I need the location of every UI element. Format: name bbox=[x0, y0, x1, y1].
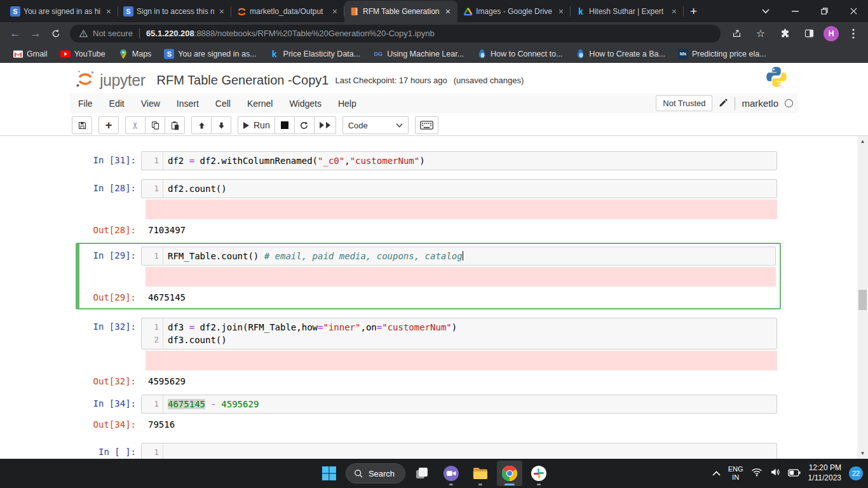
code-cell-in32[interactable]: In [32]: 12 df3 = df2.join(RFM_Table,how… bbox=[0, 318, 857, 349]
close-window-icon[interactable] bbox=[839, 0, 868, 22]
code-input[interactable]: 1 df2.count() bbox=[141, 179, 777, 198]
tab-jupyter-files[interactable]: marketlo_data/Output × bbox=[231, 1, 344, 22]
scroll-up-arrow-icon[interactable]: ▲ bbox=[857, 136, 868, 147]
bookmark-tds[interactable]: tds Predicting price ela... bbox=[673, 48, 771, 60]
taskbar-center-icons: Search bbox=[316, 459, 552, 488]
copy-cell-button[interactable] bbox=[145, 116, 165, 134]
output-row-out32: Out[32]: 4595629 bbox=[0, 376, 857, 387]
taskbar-search[interactable]: Search bbox=[346, 463, 405, 484]
menu-view[interactable]: View bbox=[133, 95, 168, 112]
code-cell-in31[interactable]: In [31]: 1 df2 = df2.withColumnRenamed("… bbox=[0, 151, 857, 170]
close-icon[interactable]: × bbox=[670, 6, 679, 17]
new-tab-button[interactable]: + bbox=[684, 4, 703, 22]
tab-search-chevron-icon[interactable] bbox=[751, 0, 780, 22]
wifi-icon[interactable] bbox=[751, 468, 763, 479]
command-palette-button[interactable] bbox=[415, 116, 438, 134]
back-icon[interactable]: ← bbox=[5, 24, 25, 44]
code-input[interactable]: 1 4675145 - 4595629 bbox=[141, 395, 777, 414]
code-cell-in34[interactable]: In [34]: 1 4675145 - 4595629 bbox=[0, 395, 857, 414]
run-cell-button[interactable]: Run bbox=[238, 116, 275, 134]
task-view-button[interactable] bbox=[409, 461, 435, 486]
bookmark-connect[interactable]: How to Connect to... bbox=[471, 48, 567, 60]
close-icon[interactable]: × bbox=[444, 6, 452, 17]
menu-widgets[interactable]: Widgets bbox=[281, 95, 330, 112]
menu-edit[interactable]: Edit bbox=[101, 95, 133, 112]
scrollbar-thumb[interactable] bbox=[858, 290, 867, 310]
gmail-icon bbox=[13, 49, 23, 59]
clock[interactable]: 12:20 PM 1/11/2023 bbox=[808, 463, 842, 483]
side-panel-icon[interactable] bbox=[799, 24, 818, 43]
bookmark-slack[interactable]: S You are signed in as... bbox=[159, 48, 261, 60]
bookmark-create[interactable]: How to Create a Ba... bbox=[570, 48, 670, 60]
url-bar[interactable]: Not secure 65.1.220.208:8888/notebooks/R… bbox=[70, 25, 721, 43]
edit-title-pencil-icon[interactable] bbox=[719, 98, 728, 109]
volume-icon[interactable] bbox=[770, 468, 780, 479]
jupyter-logo-icon[interactable] bbox=[74, 68, 96, 92]
battery-icon[interactable] bbox=[788, 468, 801, 479]
move-cell-down-button[interactable] bbox=[211, 116, 231, 134]
file-explorer-button[interactable] bbox=[468, 461, 493, 486]
bookmark-star-icon[interactable]: ☆ bbox=[751, 24, 770, 43]
output-prompt: Out[28]: bbox=[0, 224, 141, 236]
notification-badge[interactable]: 22 bbox=[849, 466, 863, 480]
paste-cell-button[interactable] bbox=[165, 116, 185, 134]
language-indicator[interactable]: ENGIN bbox=[728, 465, 743, 482]
restart-kernel-button[interactable] bbox=[294, 116, 315, 134]
tab-kaggle-profile[interactable]: k Hitesh Suthar | Expert × bbox=[571, 1, 684, 22]
trust-status-button[interactable]: Not Trusted bbox=[656, 95, 712, 111]
notebook-title[interactable]: RFM Table Generation -Copy1 bbox=[157, 73, 329, 88]
close-icon[interactable]: × bbox=[104, 6, 113, 17]
insert-cell-button[interactable]: + bbox=[98, 116, 119, 134]
menu-kebab-icon[interactable] bbox=[844, 24, 863, 43]
notebook-scrollbar[interactable]: ▲ ▼ bbox=[857, 136, 868, 459]
video-chat-app-button[interactable] bbox=[438, 461, 464, 486]
code-input[interactable]: 1 df2 = df2.withColumnRenamed("_c0","cus… bbox=[141, 151, 777, 170]
cell-type-dropdown[interactable]: Code bbox=[342, 116, 409, 134]
empty-code-cell[interactable]: In [ ]: 1 bbox=[0, 443, 857, 459]
tab-slack-sign-in[interactable]: S Sign in to access this n × bbox=[118, 1, 231, 22]
selected-code-cell-in29[interactable]: In [29]: 1 RFM_Table.count() # email, pa… bbox=[76, 243, 781, 309]
start-button[interactable] bbox=[316, 461, 342, 486]
code-line: df3 = df2.join(RFM_Table,how="inner",on=… bbox=[168, 321, 457, 334]
bookmark-label: How to Connect to... bbox=[491, 50, 562, 58]
restart-run-all-button[interactable] bbox=[314, 116, 336, 134]
tab-slack-signed-in[interactable]: S You are signed in as hi × bbox=[5, 1, 118, 22]
move-cell-up-button[interactable] bbox=[191, 116, 212, 134]
bookmark-youtube[interactable]: YouTube bbox=[55, 48, 111, 60]
jupyter-logo-text[interactable]: jupyter bbox=[100, 71, 146, 90]
scroll-down-arrow-icon[interactable]: ▼ bbox=[857, 448, 868, 459]
forward-icon[interactable]: → bbox=[25, 24, 46, 44]
warning-icon bbox=[79, 29, 88, 38]
slack-button[interactable] bbox=[526, 461, 552, 486]
chrome-button-active[interactable] bbox=[497, 461, 522, 486]
code-input[interactable]: 12 df3 = df2.join(RFM_Table,how="inner",… bbox=[141, 318, 777, 349]
code-cell-in28[interactable]: In [28]: 1 df2.count() bbox=[0, 179, 857, 198]
restore-icon[interactable] bbox=[810, 0, 839, 22]
share-icon[interactable] bbox=[727, 24, 746, 43]
menu-help[interactable]: Help bbox=[330, 95, 365, 112]
tab-google-drive[interactable]: Images - Google Drive × bbox=[458, 1, 571, 22]
bookmark-maps[interactable]: Maps bbox=[113, 48, 157, 60]
tab-rfm-notebook-active[interactable]: RFM Table Generation × bbox=[344, 1, 458, 22]
extensions-puzzle-icon[interactable] bbox=[775, 24, 794, 43]
menu-file[interactable]: File bbox=[70, 95, 101, 112]
code-input-editing[interactable]: 1 RFM_Table.count() # email, paid media,… bbox=[141, 247, 776, 266]
bookmark-dg[interactable]: DG Using Machine Lear... bbox=[368, 48, 469, 60]
save-button[interactable] bbox=[72, 116, 92, 134]
divider bbox=[735, 97, 735, 110]
bookmark-gmail[interactable]: Gmail bbox=[8, 48, 53, 60]
minimize-icon[interactable] bbox=[780, 0, 810, 22]
cut-cell-button[interactable]: ✂ bbox=[125, 116, 146, 134]
close-icon[interactable]: × bbox=[557, 6, 566, 17]
interrupt-kernel-button[interactable] bbox=[275, 116, 295, 134]
bookmark-kaggle[interactable]: k Price Elasticity Data... bbox=[264, 48, 366, 60]
close-icon[interactable]: × bbox=[330, 6, 339, 17]
menu-insert[interactable]: Insert bbox=[168, 95, 207, 112]
menu-kernel[interactable]: Kernel bbox=[239, 95, 281, 112]
code-input[interactable]: 1 bbox=[141, 443, 777, 459]
profile-avatar[interactable]: H bbox=[824, 26, 839, 41]
reload-icon[interactable] bbox=[46, 24, 66, 44]
close-icon[interactable]: × bbox=[217, 6, 226, 17]
menu-cell[interactable]: Cell bbox=[207, 95, 239, 112]
hidden-icons-chevron[interactable] bbox=[712, 469, 721, 478]
